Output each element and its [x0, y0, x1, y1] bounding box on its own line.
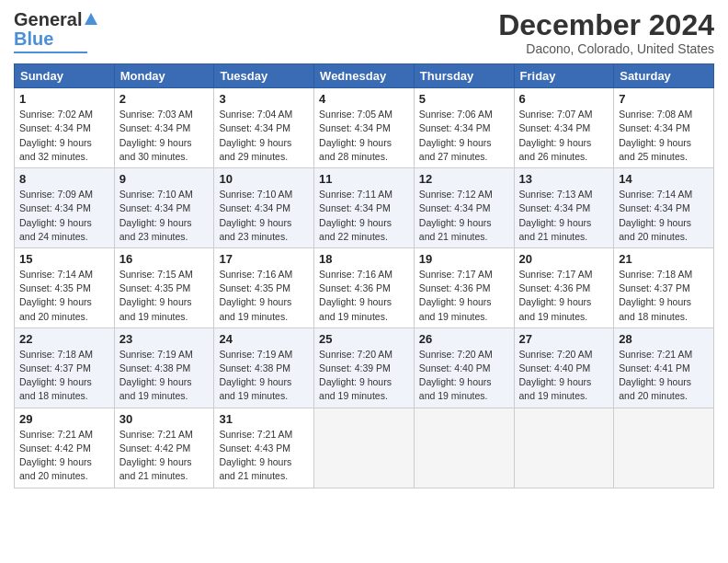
table-row: 15 Sunrise: 7:14 AMSunset: 4:35 PMDaylig…: [15, 247, 115, 327]
logo-triangle-icon: [85, 13, 97, 25]
logo-general: General: [14, 9, 82, 30]
day-info: Sunrise: 7:15 AMSunset: 4:35 PMDaylight:…: [119, 269, 193, 322]
day-info: Sunrise: 7:06 AMSunset: 4:34 PMDaylight:…: [419, 109, 493, 162]
table-row: 4 Sunrise: 7:05 AMSunset: 4:34 PMDayligh…: [314, 88, 415, 168]
day-info: Sunrise: 7:05 AMSunset: 4:34 PMDaylight:…: [319, 109, 392, 162]
day-info: Sunrise: 7:08 AMSunset: 4:34 PMDaylight:…: [619, 109, 692, 162]
table-row: 3 Sunrise: 7:04 AMSunset: 4:34 PMDayligh…: [214, 88, 314, 168]
col-thursday: Thursday: [414, 64, 514, 88]
day-info: Sunrise: 7:03 AMSunset: 4:34 PMDaylight:…: [119, 109, 193, 162]
logo-blue: Blue: [14, 29, 53, 50]
table-row: 25 Sunrise: 7:20 AMSunset: 4:39 PMDaylig…: [314, 327, 415, 408]
table-row: 2 Sunrise: 7:03 AMSunset: 4:34 PMDayligh…: [114, 88, 214, 168]
col-sunday: Sunday: [15, 64, 115, 88]
day-number: 10: [219, 172, 309, 186]
day-info: Sunrise: 7:16 AMSunset: 4:35 PMDaylight:…: [219, 269, 292, 322]
day-number: 22: [19, 332, 109, 346]
day-number: 20: [519, 252, 609, 266]
day-number: 14: [619, 172, 709, 186]
location: Dacono, Colorado, United States: [498, 41, 714, 56]
table-row: 14 Sunrise: 7:14 AMSunset: 4:34 PMDaylig…: [614, 168, 714, 248]
calendar-table: Sunday Monday Tuesday Wednesday Thursday…: [14, 63, 714, 488]
day-info: Sunrise: 7:21 AMSunset: 4:42 PMDaylight:…: [19, 429, 93, 482]
day-number: 31: [219, 412, 309, 426]
day-info: Sunrise: 7:19 AMSunset: 4:38 PMDaylight:…: [219, 349, 292, 402]
day-info: Sunrise: 7:13 AMSunset: 4:34 PMDaylight:…: [519, 189, 593, 242]
table-row: [414, 408, 514, 488]
table-row: [614, 408, 714, 488]
day-info: Sunrise: 7:04 AMSunset: 4:34 PMDaylight:…: [219, 109, 292, 162]
table-row: 19 Sunrise: 7:17 AMSunset: 4:36 PMDaylig…: [414, 247, 514, 327]
title-block: December 2024 Dacono, Colorado, United S…: [498, 9, 714, 56]
table-row: 31 Sunrise: 7:21 AMSunset: 4:43 PMDaylig…: [214, 408, 314, 488]
day-number: 27: [519, 332, 609, 346]
table-row: 8 Sunrise: 7:09 AMSunset: 4:34 PMDayligh…: [15, 168, 115, 248]
day-info: Sunrise: 7:18 AMSunset: 4:37 PMDaylight:…: [619, 269, 692, 322]
table-row: 26 Sunrise: 7:20 AMSunset: 4:40 PMDaylig…: [414, 327, 514, 408]
day-number: 26: [419, 332, 509, 346]
col-wednesday: Wednesday: [314, 64, 415, 88]
day-number: 18: [319, 252, 409, 266]
day-info: Sunrise: 7:20 AMSunset: 4:40 PMDaylight:…: [519, 349, 593, 402]
day-number: 15: [19, 252, 109, 266]
day-info: Sunrise: 7:10 AMSunset: 4:34 PMDaylight:…: [119, 189, 193, 242]
day-info: Sunrise: 7:02 AMSunset: 4:34 PMDaylight:…: [19, 109, 93, 162]
table-row: 16 Sunrise: 7:15 AMSunset: 4:35 PMDaylig…: [114, 247, 214, 327]
day-info: Sunrise: 7:21 AMSunset: 4:43 PMDaylight:…: [219, 429, 292, 482]
table-row: 21 Sunrise: 7:18 AMSunset: 4:37 PMDaylig…: [614, 247, 714, 327]
table-row: 1 Sunrise: 7:02 AMSunset: 4:34 PMDayligh…: [15, 88, 115, 168]
day-number: 29: [19, 412, 109, 426]
table-row: 5 Sunrise: 7:06 AMSunset: 4:34 PMDayligh…: [414, 88, 514, 168]
day-info: Sunrise: 7:12 AMSunset: 4:34 PMDaylight:…: [419, 189, 493, 242]
table-row: 29 Sunrise: 7:21 AMSunset: 4:42 PMDaylig…: [15, 408, 115, 488]
col-tuesday: Tuesday: [214, 64, 314, 88]
table-row: 23 Sunrise: 7:19 AMSunset: 4:38 PMDaylig…: [114, 327, 214, 408]
table-row: [514, 408, 614, 488]
table-row: 30 Sunrise: 7:21 AMSunset: 4:42 PMDaylig…: [114, 408, 214, 488]
month-title: December 2024: [498, 9, 714, 41]
calendar-week-row: 8 Sunrise: 7:09 AMSunset: 4:34 PMDayligh…: [15, 168, 714, 248]
header: General Blue December 2024 Dacono, Color…: [14, 9, 714, 56]
table-row: 12 Sunrise: 7:12 AMSunset: 4:34 PMDaylig…: [414, 168, 514, 248]
day-number: 1: [19, 92, 109, 106]
day-number: 30: [119, 412, 210, 426]
table-row: 22 Sunrise: 7:18 AMSunset: 4:37 PMDaylig…: [15, 327, 115, 408]
day-info: Sunrise: 7:21 AMSunset: 4:41 PMDaylight:…: [619, 349, 692, 402]
table-row: 10 Sunrise: 7:10 AMSunset: 4:34 PMDaylig…: [214, 168, 314, 248]
day-number: 2: [119, 92, 210, 106]
day-info: Sunrise: 7:09 AMSunset: 4:34 PMDaylight:…: [19, 189, 93, 242]
table-row: 20 Sunrise: 7:17 AMSunset: 4:36 PMDaylig…: [514, 247, 614, 327]
page: General Blue December 2024 Dacono, Color…: [0, 0, 728, 563]
day-number: 23: [119, 332, 210, 346]
day-info: Sunrise: 7:16 AMSunset: 4:36 PMDaylight:…: [319, 269, 392, 322]
table-row: 24 Sunrise: 7:19 AMSunset: 4:38 PMDaylig…: [214, 327, 314, 408]
col-monday: Monday: [114, 64, 214, 88]
logo: General Blue: [14, 9, 97, 53]
day-number: 24: [219, 332, 309, 346]
day-number: 7: [619, 92, 709, 106]
day-info: Sunrise: 7:11 AMSunset: 4:34 PMDaylight:…: [319, 189, 392, 242]
day-info: Sunrise: 7:17 AMSunset: 4:36 PMDaylight:…: [419, 269, 493, 322]
day-info: Sunrise: 7:14 AMSunset: 4:34 PMDaylight:…: [619, 189, 692, 242]
day-number: 28: [619, 332, 709, 346]
day-info: Sunrise: 7:19 AMSunset: 4:38 PMDaylight:…: [119, 349, 193, 402]
calendar-header-row: Sunday Monday Tuesday Wednesday Thursday…: [15, 64, 714, 88]
table-row: 11 Sunrise: 7:11 AMSunset: 4:34 PMDaylig…: [314, 168, 415, 248]
table-row: [314, 408, 415, 488]
day-info: Sunrise: 7:20 AMSunset: 4:40 PMDaylight:…: [419, 349, 493, 402]
calendar-week-row: 15 Sunrise: 7:14 AMSunset: 4:35 PMDaylig…: [15, 247, 714, 327]
day-info: Sunrise: 7:21 AMSunset: 4:42 PMDaylight:…: [119, 429, 193, 482]
day-info: Sunrise: 7:07 AMSunset: 4:34 PMDaylight:…: [519, 109, 593, 162]
calendar-week-row: 1 Sunrise: 7:02 AMSunset: 4:34 PMDayligh…: [15, 88, 714, 168]
table-row: 27 Sunrise: 7:20 AMSunset: 4:40 PMDaylig…: [514, 327, 614, 408]
day-number: 21: [619, 252, 709, 266]
day-number: 6: [519, 92, 609, 106]
table-row: 28 Sunrise: 7:21 AMSunset: 4:41 PMDaylig…: [614, 327, 714, 408]
table-row: 18 Sunrise: 7:16 AMSunset: 4:36 PMDaylig…: [314, 247, 415, 327]
day-number: 13: [519, 172, 609, 186]
calendar-week-row: 29 Sunrise: 7:21 AMSunset: 4:42 PMDaylig…: [15, 408, 714, 488]
logo-line: [14, 52, 87, 53]
day-info: Sunrise: 7:17 AMSunset: 4:36 PMDaylight:…: [519, 269, 593, 322]
day-number: 9: [119, 172, 210, 186]
day-number: 8: [19, 172, 109, 186]
